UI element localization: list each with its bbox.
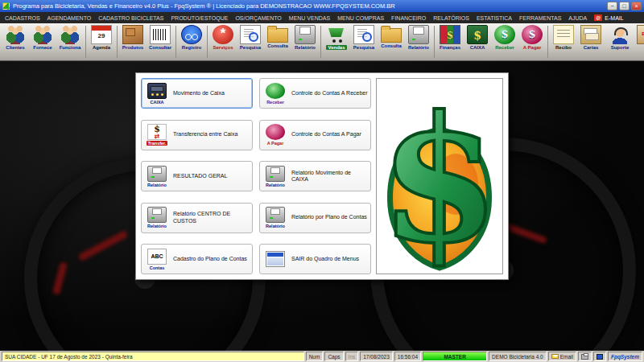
window-title: Programa para Bicicletaria, Vendas e Fin… — [13, 2, 604, 10]
menu-button-resultado-geral[interactable]: Relatório RESULTADO GERAL — [141, 161, 253, 191]
toolbar-receber[interactable]: Receber — [492, 25, 518, 50]
toolbar-relatorio-os[interactable]: Relatório — [292, 25, 318, 50]
menu-financeiro[interactable]: FINANCEIRO — [391, 15, 426, 21]
menu-os-orcamento[interactable]: OS/ORÇAMENTO — [235, 15, 281, 21]
printer-icon — [295, 25, 316, 44]
toolbar-caixa[interactable]: CAIXA — [464, 25, 490, 50]
shopping-cart-icon — [326, 25, 347, 44]
folder-icon — [267, 28, 288, 43]
status-caps-lock: Caps — [324, 352, 343, 361]
email-icon — [594, 14, 602, 21]
menu-relatorios[interactable]: RELATÓRIOS — [433, 15, 469, 21]
statusbar: SUA CIDADE - UF 17 de Agosto de 2023 - Q… — [0, 351, 644, 362]
toolbar-consultar[interactable]: Consultar — [147, 25, 173, 50]
menu-email[interactable]: E-MAIL — [594, 14, 623, 21]
report-printer-icon — [147, 166, 167, 182]
receipt-icon — [553, 25, 574, 44]
status-email-button[interactable]: Email — [548, 352, 576, 361]
toolbar-produtos[interactable]: Produtos — [120, 25, 146, 50]
toolbar-consulta-vendas[interactable]: Consulta — [378, 25, 404, 48]
toolbar-servicos[interactable]: Serviços — [210, 25, 236, 50]
toolbar-separator — [175, 26, 176, 58]
finance-books-icon — [440, 25, 460, 44]
menu-button-contas-a-receber[interactable]: Receber Controle do Contas A Receber — [259, 78, 371, 109]
minimize-button[interactable]: − — [607, 2, 617, 10]
status-master-progress: MASTER — [423, 352, 487, 361]
menu-button-contas-a-pagar[interactable]: A Pagar Controle do Contas A Pagar — [259, 120, 371, 150]
menu-menu-compras[interactable]: MENU COMPRAS — [337, 15, 384, 21]
toolbar-exit[interactable]: EXIT — [634, 25, 644, 44]
clients-icon — [5, 25, 26, 44]
abc-accounts-icon: ABC — [147, 249, 167, 265]
menu-agendamento[interactable]: AGENDAMENTO — [47, 15, 92, 21]
titlebar[interactable]: Programa para Bicicletaria, Vendas e Fin… — [0, 0, 644, 12]
products-icon — [122, 25, 143, 44]
status-insert: Ins — [345, 352, 359, 361]
toolbar-consulta-os[interactable]: Consulta — [265, 25, 291, 48]
cash-drawer-icon — [147, 83, 167, 99]
menu-estatistica[interactable]: ESTATISTICA — [477, 15, 512, 21]
status-date: 17/08/2023 — [360, 352, 393, 361]
dollar-red-icon — [266, 124, 285, 140]
barcode-icon — [150, 25, 171, 44]
support-headset-icon — [609, 25, 630, 44]
toolbar-suporte[interactable]: Suporte — [607, 25, 633, 50]
suppliers-icon — [32, 25, 53, 44]
dollar-red-icon — [522, 25, 543, 44]
toolbar-recibo[interactable]: Recibo — [551, 25, 576, 50]
menu-button-relatorio-plano-contas[interactable]: Relatório Relatório por Plano de Contas — [259, 203, 371, 233]
bicycle-icon — [181, 25, 202, 44]
menu-button-transferencia-caixa[interactable]: Transfer. Transferencia entre Caixa — [141, 120, 253, 150]
financeiro-menu-dialog: CAIXA Movimento de Caixa Receber Control… — [135, 72, 509, 280]
menu-menu-vendas[interactable]: MENU VENDAS — [289, 15, 330, 21]
status-location: SUA CIDADE - UF 17 de Agosto de 2023 - Q… — [2, 352, 304, 361]
toolbar-funcionarios[interactable]: Funciona — [57, 25, 83, 50]
maximize-button[interactable]: □ — [619, 2, 630, 10]
toolbar-registro[interactable]: Registro — [179, 25, 204, 50]
toolbar-clientes[interactable]: Clientes — [2, 25, 28, 50]
printer-icon — [581, 354, 588, 360]
toolbar-separator — [547, 26, 548, 58]
cash-box-icon — [467, 25, 488, 44]
status-printer-button[interactable] — [578, 352, 592, 361]
toolbar-pesquisa-vendas[interactable]: Pesquisa — [351, 25, 377, 50]
exit-window-icon — [266, 251, 285, 267]
toolbar-cartas[interactable]: Cartas — [578, 25, 604, 50]
toolbar-relatorio-vendas[interactable]: Relatório — [406, 25, 431, 50]
menu-produto-estoque[interactable]: PRODUTO/ESTOQUE — [171, 15, 228, 21]
menu-cadastros[interactable]: CADASTROS — [5, 15, 40, 21]
gear-icon — [213, 25, 233, 44]
menu-ferramentas[interactable]: FERRAMENTAS — [519, 15, 561, 21]
employees-icon — [60, 25, 80, 44]
main-area: CAIXA Movimento de Caixa Receber Control… — [0, 61, 644, 351]
report-printer-icon — [266, 207, 285, 223]
toolbar-separator — [207, 26, 208, 58]
toolbar-financas[interactable]: Finanças — [437, 25, 463, 50]
toolbar-agenda[interactable]: 29 Agenda — [89, 25, 114, 50]
computer-icon — [597, 354, 603, 360]
toolbar-a-pagar[interactable]: A Pagar — [519, 25, 545, 50]
status-computer-button[interactable] — [593, 352, 606, 361]
printer-icon — [408, 25, 429, 44]
menu-button-grid: CAIXA Movimento de Caixa Receber Control… — [141, 78, 371, 274]
menu-cadastro-bicicletas[interactable]: CADASTRO BICICLETAS — [98, 15, 163, 21]
toolbar-fornecedores[interactable]: Fornece — [30, 25, 56, 50]
dollar-green-icon — [494, 25, 515, 44]
status-company: DEMO Bicicletaria 4.0 — [489, 352, 547, 361]
close-button[interactable]: × — [631, 2, 642, 10]
report-printer-icon — [266, 166, 285, 182]
menu-button-cadastro-plano-contas[interactable]: ABC Contas Cadastro do Plano de Contas — [141, 244, 253, 274]
menu-button-relatorio-centro-custos[interactable]: Relatório Relatório CENTRO DE CUSTOS — [141, 203, 253, 233]
menu-ajuda[interactable]: AJUDA — [568, 15, 587, 21]
exit-door-icon: EXIT — [637, 25, 644, 44]
toolbar-pesquisa-os[interactable]: Pesquisa — [237, 25, 263, 50]
folder-icon — [381, 28, 402, 43]
app-icon — [2, 2, 10, 10]
toolbar-separator — [434, 26, 435, 58]
toolbar-vendas[interactable]: Vendas — [324, 25, 349, 50]
menu-button-movimento-caixa[interactable]: CAIXA Movimento de Caixa — [141, 78, 253, 109]
menu-button-relatorio-movimento-caixa[interactable]: Relatório Relatório Movimento de CAIXA — [259, 161, 371, 191]
menu-button-sair[interactable]: SAIR do Quadro de Menus — [259, 244, 371, 274]
toolbar-separator — [117, 26, 118, 58]
search-icon — [353, 25, 374, 44]
